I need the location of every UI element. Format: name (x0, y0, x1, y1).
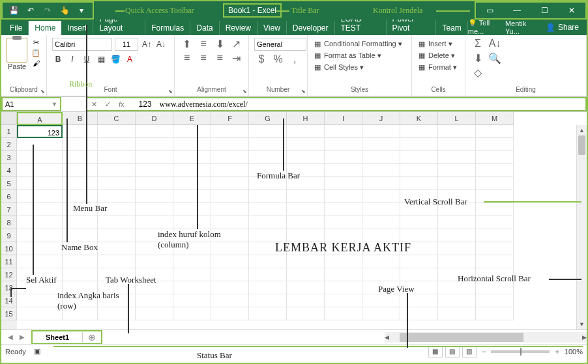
cell-K10[interactable] (400, 242, 438, 255)
cell-E15[interactable] (173, 307, 211, 320)
cell-C8[interactable] (98, 216, 136, 229)
indent-icon[interactable]: ⇥ (229, 52, 243, 64)
cell-M14[interactable] (476, 294, 514, 307)
cell-I11[interactable] (325, 255, 362, 268)
underline-button[interactable]: U (81, 53, 93, 65)
col-header-M[interactable]: M (476, 112, 514, 125)
cell-K7[interactable] (400, 203, 438, 216)
cell-L6[interactable] (438, 190, 476, 203)
cell-A3[interactable] (17, 151, 63, 164)
sort-filter-icon[interactable]: A↓ (488, 38, 502, 49)
cell-M2[interactable] (476, 138, 514, 151)
cell-I6[interactable] (325, 190, 362, 203)
enter-icon[interactable]: ✓ (105, 100, 111, 109)
undo-icon[interactable]: ↶ (23, 4, 38, 17)
cell-E1[interactable] (173, 125, 211, 138)
formula-input[interactable] (160, 100, 581, 109)
cell-D14[interactable] (136, 294, 173, 307)
cell-F5[interactable] (211, 177, 249, 190)
cell-H13[interactable] (287, 281, 325, 294)
italic-button[interactable]: I (66, 53, 78, 65)
insert-cells-button[interactable]: ▦Insert ▾ (417, 38, 460, 49)
cell-F7[interactable] (211, 203, 249, 216)
cell-K4[interactable] (400, 164, 438, 177)
cell-C13[interactable] (98, 281, 136, 294)
cell-L8[interactable] (438, 216, 476, 229)
cell-F8[interactable] (211, 216, 249, 229)
add-sheet-icon[interactable]: ⊕ (83, 332, 101, 343)
cell-M10[interactable] (476, 242, 514, 255)
cell-I3[interactable] (325, 151, 362, 164)
cell-G4[interactable] (249, 164, 287, 177)
bold-button[interactable]: B (52, 53, 64, 65)
cell-J15[interactable] (362, 307, 400, 320)
share-button[interactable]: 👤 Share (540, 21, 584, 34)
cell-A4[interactable] (17, 164, 63, 177)
sheet-next-icon[interactable]: ▶ (17, 333, 27, 341)
cell-J3[interactable] (362, 151, 400, 164)
page-layout-view-icon[interactable]: ▤ (445, 346, 460, 357)
cell-styles-button[interactable]: ▦Cell Styles ▾ (313, 61, 406, 73)
cell-K15[interactable] (400, 307, 438, 320)
cell-E8[interactable] (173, 216, 211, 229)
cell-E4[interactable] (173, 164, 211, 177)
cell-H9[interactable] (287, 229, 325, 242)
cell-B15[interactable] (63, 307, 98, 320)
row-header-4[interactable]: 4 (1, 164, 17, 177)
cell-L1[interactable] (438, 125, 476, 138)
tab-insert[interactable]: Insert (61, 21, 93, 35)
tab-formulas[interactable]: Formulas (145, 21, 190, 35)
cell-M12[interactable] (476, 268, 514, 281)
col-header-E[interactable]: E (173, 112, 211, 125)
cell-J11[interactable] (362, 255, 400, 268)
cell-L4[interactable] (438, 164, 476, 177)
cell-H11[interactable] (287, 255, 325, 268)
scroll-right-icon[interactable]: ▶ (582, 332, 587, 343)
cell-H3[interactable] (287, 151, 325, 164)
col-header-J[interactable]: J (362, 112, 400, 125)
tab-home[interactable]: Home (29, 21, 61, 35)
col-header-F[interactable]: F (211, 112, 249, 125)
cell-B5[interactable] (63, 177, 98, 190)
cell-G11[interactable] (249, 255, 287, 268)
number-format-select[interactable] (254, 38, 306, 51)
cell-F12[interactable] (211, 268, 249, 281)
cell-H14[interactable] (287, 294, 325, 307)
cell-A5[interactable] (17, 177, 63, 190)
cell-M9[interactable] (476, 229, 514, 242)
active-cell[interactable]: 123 (17, 125, 63, 138)
cell-B4[interactable] (63, 164, 98, 177)
cell-I4[interactable] (325, 164, 362, 177)
cell-C4[interactable] (98, 164, 136, 177)
cell-I15[interactable] (325, 307, 362, 320)
cell-G5[interactable] (249, 177, 287, 190)
cell-M8[interactable] (476, 216, 514, 229)
font-launcher-icon[interactable]: ⬊ (168, 89, 173, 94)
cell-G7[interactable] (249, 203, 287, 216)
ribbon-display-icon[interactable]: ▭ (476, 3, 503, 18)
cell-G10[interactable] (249, 242, 287, 255)
fill-icon[interactable]: ⬇ (471, 52, 485, 64)
cell-D2[interactable] (136, 138, 173, 151)
cell-C3[interactable] (98, 151, 136, 164)
zoom-slider[interactable] (491, 350, 550, 353)
cell-A11[interactable] (17, 255, 63, 268)
cell-C6[interactable] (98, 190, 136, 203)
qat-customize-icon[interactable]: ▾ (74, 4, 89, 17)
cell-G13[interactable] (249, 281, 287, 294)
copy-icon[interactable]: 📋 (31, 48, 40, 57)
user-name[interactable]: Mentik Yu... (505, 20, 537, 35)
cell-E13[interactable] (173, 281, 211, 294)
cell-D15[interactable] (136, 307, 173, 320)
page-break-view-icon[interactable]: ▥ (462, 346, 477, 357)
cell-B2[interactable] (63, 138, 98, 151)
alignment-launcher-icon[interactable]: ⬊ (243, 89, 247, 94)
row-header-9[interactable]: 9 (1, 229, 17, 242)
cell-L12[interactable] (438, 268, 476, 281)
redo-icon[interactable]: ↷ (40, 4, 55, 17)
cell-J14[interactable] (362, 294, 400, 307)
cell-B9[interactable] (63, 229, 98, 242)
cell-A7[interactable] (17, 203, 63, 216)
cell-I2[interactable] (325, 138, 362, 151)
name-box-dropdown-icon[interactable]: ▼ (51, 101, 57, 107)
